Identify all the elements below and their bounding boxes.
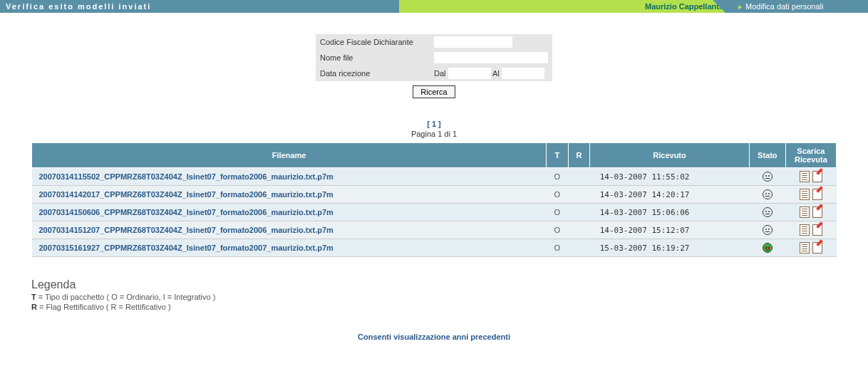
t-value: O [547,204,569,221]
neutral-face-icon [763,172,773,182]
neutral-face-icon [763,207,773,217]
table-row: 20070314142017_CPPMRZ68T03Z404Z_Isinet07… [32,186,837,204]
col-stato: Stato [749,143,785,168]
neutral-face-icon [763,225,773,235]
download-receipt-icon[interactable] [800,242,810,253]
user-name-link[interactable]: Maurizio Cappellanti [645,0,721,13]
data-ricezione-label: Data ricezione [316,66,430,81]
pager-pages[interactable]: [ 1 ] [0,120,868,128]
edit-receipt-icon[interactable] [812,224,822,236]
filename-link[interactable]: 20070315161927_CPPMRZ68T03Z404Z_Isinet07… [32,239,547,257]
col-scarica: Scarica Ricevuta [785,143,836,168]
col-t: T [547,143,569,168]
codice-fiscale-input[interactable] [434,36,512,48]
ricevuto-value: 14-03-2007 15:06:06 [590,204,750,221]
edit-receipt-icon[interactable] [812,206,822,218]
col-ricevuto: Ricevuto [590,143,750,168]
ricevuto-value: 14-03-2007 11:55:02 [590,168,750,186]
table-row: 20070314150606_CPPMRZ68T03Z404Z_Isinet07… [32,204,837,221]
col-r: R [568,143,590,168]
search-form: Codice Fiscale Dichiarante Nome file Dat… [316,34,552,81]
dal-input[interactable] [448,68,491,79]
topbar-mid: Maurizio Cappellanti [399,0,725,13]
col-filename: Filename [32,143,547,168]
table-row: 20070314151207_CPPMRZ68T03Z404Z_Isinet07… [32,221,837,239]
t-value: O [547,221,569,239]
edit-receipt-icon[interactable] [812,189,822,200]
t-value: O [547,239,569,257]
table-row: 20070315161927_CPPMRZ68T03Z404Z_Isinet07… [32,239,837,257]
t-value: O [547,186,569,204]
ricerca-button[interactable]: Ricerca [413,85,455,98]
r-value [568,239,590,257]
al-label: Al [492,69,500,78]
t-value: O [547,168,569,186]
table-row: 20070314115502_CPPMRZ68T03Z404Z_Isinet07… [32,168,837,186]
results-table: Filename T R Ricevuto Stato Scarica Rice… [31,142,837,257]
edit-receipt-icon[interactable] [812,171,822,182]
nome-file-label: Nome file [316,50,430,66]
page-title: Verifica esito modelli inviati [0,0,399,13]
legend-t-bold: T [31,293,36,301]
show-previous-years-link[interactable]: Consenti visualizzazione anni precedenti [0,333,868,341]
filename-link[interactable]: 20070314151207_CPPMRZ68T03Z404Z_Isinet07… [32,221,547,239]
legend-t-text: = Tipo di pacchetto ( O = Ordinario, I =… [36,293,216,301]
neutral-face-icon [763,189,773,199]
download-receipt-icon[interactable] [800,224,810,236]
r-value [568,186,590,204]
smile-face-icon [763,243,773,253]
ricevuto-value: 15-03-2007 16:19:27 [590,239,750,257]
arrow-right-icon: ▸ [738,2,743,11]
personal-data-label: Modifica dati personali [745,2,823,11]
legend: Legenda T = Tipo di pacchetto ( O = Ordi… [31,278,837,311]
pager-summary: Pagina 1 di 1 [0,130,868,138]
filename-link[interactable]: 20070314115502_CPPMRZ68T03Z404Z_Isinet07… [32,168,547,186]
legend-r-text: = Flag Rettificativo ( R = Rettificativo… [37,303,171,311]
al-input[interactable] [502,68,544,79]
edit-receipt-icon[interactable] [812,242,822,253]
personal-data-link[interactable]: ▸Modifica dati personali [725,0,868,13]
codice-fiscale-label: Codice Fiscale Dichiarante [316,34,430,50]
download-receipt-icon[interactable] [800,171,810,182]
download-receipt-icon[interactable] [800,206,810,218]
download-receipt-icon[interactable] [800,189,810,200]
ricevuto-value: 14-03-2007 14:20:17 [590,186,750,204]
ricevuto-value: 14-03-2007 15:12:07 [590,221,750,239]
dal-label: Dal [434,69,446,78]
filename-link[interactable]: 20070314150606_CPPMRZ68T03Z404Z_Isinet07… [32,204,547,221]
legend-r-bold: R [31,303,37,311]
filename-link[interactable]: 20070314142017_CPPMRZ68T03Z404Z_Isinet07… [32,186,547,204]
r-value [568,168,590,186]
r-value [568,204,590,221]
r-value [568,221,590,239]
legend-title: Legenda [31,278,837,291]
nome-file-input[interactable] [434,52,548,63]
